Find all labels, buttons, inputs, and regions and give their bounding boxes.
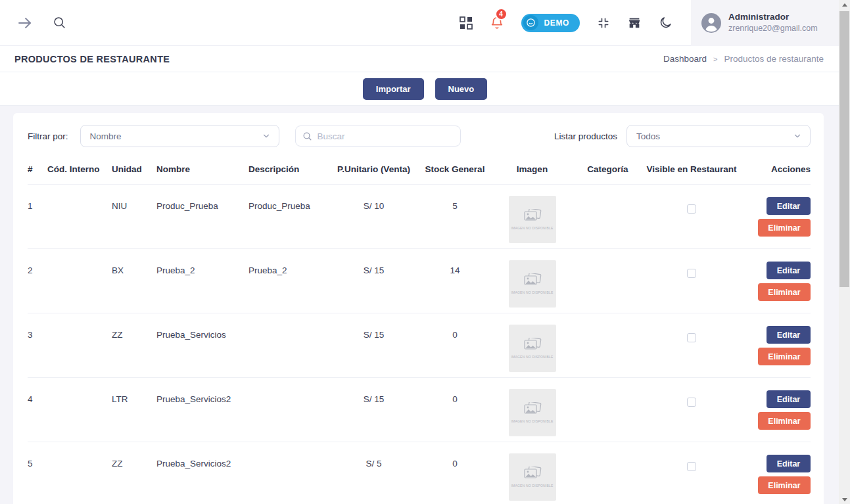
- apps-grid-icon[interactable]: [460, 16, 473, 30]
- delete-button[interactable]: Eliminar: [758, 283, 811, 301]
- cell-unidad: BX: [112, 260, 156, 313]
- product-image-placeholder: IMAGEN NO DISPONIBLE: [509, 453, 556, 501]
- page-header: PRODUCTOS DE RESTAURANTE Dashboard > Pro…: [0, 46, 850, 72]
- edit-button[interactable]: Editar: [767, 197, 811, 215]
- table-row: 1 NIU Produc_Prueba Produc_Prueba S/ 10 …: [28, 185, 811, 249]
- new-button[interactable]: Nuevo: [435, 78, 488, 100]
- filter-field-value: Nombre: [90, 131, 122, 141]
- image-icon: [523, 209, 542, 225]
- list-products-value: Todos: [636, 131, 660, 141]
- delete-button[interactable]: Eliminar: [758, 348, 811, 365]
- edit-button[interactable]: Editar: [767, 326, 811, 344]
- cell-cod-interno: [47, 260, 112, 313]
- cell-categoria: [573, 389, 642, 442]
- user-name: Administrador: [728, 11, 818, 23]
- cell-unidad: ZZ: [112, 453, 156, 504]
- demo-plan-button[interactable]: DEMO: [521, 14, 580, 32]
- cell-precio: S/ 15: [329, 389, 419, 442]
- edit-button[interactable]: Editar: [767, 390, 811, 408]
- cell-stock: 14: [419, 260, 491, 313]
- cell-nombre: Prueba_Servicios2: [156, 453, 248, 504]
- image-icon: [523, 273, 542, 289]
- visible-en-restaurant-checkbox[interactable]: [687, 398, 696, 407]
- cell-cod-interno: [47, 389, 112, 442]
- cell-cod-interno: [47, 325, 112, 377]
- col-precio: P.Unitario (Venta): [329, 164, 419, 174]
- image-unavailable-text: IMAGEN NO DISPONIBLE: [511, 484, 553, 488]
- dark-mode-moon-icon[interactable]: [659, 16, 673, 30]
- search-input-icon: [302, 131, 312, 141]
- delete-button[interactable]: Eliminar: [758, 476, 811, 494]
- image-icon: [523, 402, 542, 418]
- product-image-placeholder: IMAGEN NO DISPONIBLE: [509, 260, 556, 308]
- scrollbar-up-arrow[interactable]: [839, 0, 850, 9]
- cell-descripcion: [248, 325, 329, 377]
- image-unavailable-text: IMAGEN NO DISPONIBLE: [511, 290, 553, 294]
- col-visible: Visible en Restaurant: [642, 164, 741, 174]
- cell-categoria: [573, 325, 642, 377]
- cell-precio: S/ 5: [329, 453, 419, 504]
- edit-button[interactable]: Editar: [767, 262, 811, 279]
- delete-button[interactable]: Eliminar: [758, 412, 811, 430]
- product-image-placeholder: IMAGEN NO DISPONIBLE: [509, 389, 556, 436]
- vertical-scrollbar[interactable]: [839, 0, 850, 504]
- cell-nombre: Produc_Prueba: [156, 196, 248, 248]
- delete-button[interactable]: Eliminar: [758, 219, 811, 237]
- breadcrumb-dashboard-link[interactable]: Dashboard: [663, 54, 707, 64]
- cell-index: 5: [28, 453, 47, 504]
- col-unidad: Unidad: [112, 164, 156, 174]
- table-row: 4 LTR Prueba_Servicios2 S/ 15 0 IMAGEN N…: [28, 378, 811, 442]
- cell-unidad: ZZ: [112, 325, 156, 377]
- filter-by-label: Filtrar por:: [28, 131, 68, 141]
- col-descripcion: Descripción: [248, 164, 329, 174]
- cell-descripcion: [248, 389, 329, 442]
- col-nombre: Nombre: [156, 164, 248, 174]
- edit-button[interactable]: Editar: [767, 455, 811, 472]
- col-stock: Stock General: [419, 164, 491, 174]
- cell-nombre: Prueba_Servicios2: [156, 389, 248, 442]
- top-navbar: 4 DEMO Administrad: [0, 0, 850, 46]
- cell-nombre: Prueba_Servicios: [156, 325, 248, 377]
- cell-index: 3: [28, 325, 47, 377]
- table-body: 1 NIU Produc_Prueba Produc_Prueba S/ 10 …: [28, 185, 811, 504]
- visible-en-restaurant-checkbox[interactable]: [687, 204, 696, 214]
- search-field: [295, 126, 461, 147]
- cell-stock: 0: [419, 325, 491, 377]
- image-icon: [523, 338, 542, 354]
- chevron-down-icon: [793, 131, 802, 141]
- search-input[interactable]: [318, 131, 454, 141]
- user-avatar-icon: [701, 13, 721, 33]
- visible-en-restaurant-checkbox[interactable]: [687, 333, 696, 342]
- product-image-placeholder: IMAGEN NO DISPONIBLE: [509, 196, 556, 243]
- col-acciones: Acciones: [741, 164, 811, 174]
- notifications-bell-icon[interactable]: 4: [490, 16, 504, 30]
- sidebar-toggle-arrow-icon[interactable]: [17, 15, 33, 31]
- list-products-select[interactable]: Todos: [626, 125, 811, 147]
- table-row: 2 BX Prueba_2 Prueba_2 S/ 15 14 IMAGEN N…: [28, 249, 811, 313]
- visible-en-restaurant-checkbox[interactable]: [687, 462, 696, 471]
- chevron-down-icon: [262, 131, 271, 141]
- visible-en-restaurant-checkbox[interactable]: [687, 269, 696, 278]
- breadcrumb-separator: >: [713, 55, 717, 63]
- compress-fullscreen-icon[interactable]: [597, 16, 610, 30]
- import-button[interactable]: Importar: [363, 78, 424, 100]
- breadcrumb: Dashboard > Productos de restaurante: [663, 54, 824, 64]
- table-row: 3 ZZ Prueba_Servicios S/ 15 0 IMAGEN NO …: [28, 313, 811, 378]
- cell-precio: S/ 10: [329, 196, 419, 248]
- user-menu[interactable]: Administrador zrenrique20@gmail.com: [691, 0, 850, 46]
- col-index: #: [28, 164, 47, 174]
- scrollbar-down-arrow[interactable]: [839, 495, 850, 504]
- image-unavailable-text: IMAGEN NO DISPONIBLE: [511, 226, 553, 230]
- search-icon[interactable]: [53, 16, 66, 30]
- filter-bar: Filtrar por: Nombre Listar productos Tod…: [28, 125, 811, 147]
- app-viewport: 4 DEMO Administrad: [0, 0, 850, 504]
- filter-field-select[interactable]: Nombre: [80, 125, 279, 147]
- product-image-placeholder: IMAGEN NO DISPONIBLE: [509, 325, 556, 372]
- cell-nombre: Prueba_2: [156, 260, 248, 313]
- image-icon: [523, 467, 542, 482]
- scrollbar-thumb[interactable]: [839, 11, 849, 287]
- cell-index: 1: [28, 196, 47, 248]
- col-categoria: Categoría: [573, 164, 642, 174]
- cell-categoria: [573, 453, 642, 504]
- store-icon[interactable]: [627, 16, 642, 30]
